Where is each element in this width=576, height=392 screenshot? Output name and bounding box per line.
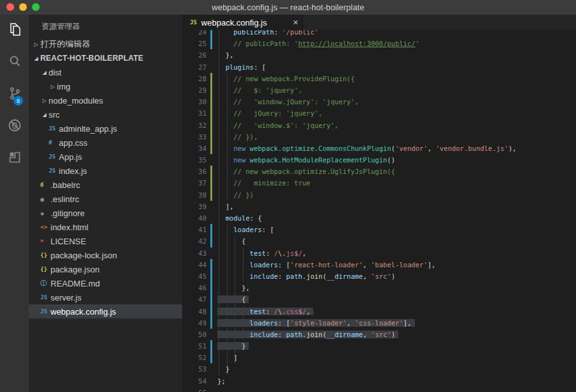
close-tab-icon[interactable]: ✕ xyxy=(293,19,299,27)
json-icon: {} xyxy=(40,266,51,272)
minimize-window-button[interactable] xyxy=(19,3,27,11)
tree-item-label: REACT-HOT-BOILERPLATE xyxy=(40,54,143,63)
code-line-51[interactable]: 51 } xyxy=(182,340,576,352)
code-text: test: /\.css$/, xyxy=(212,306,313,317)
close-window-button[interactable] xyxy=(6,3,14,11)
code-line-45[interactable]: 45 include: path.join(__dirname, 'src') xyxy=(182,270,576,282)
code-line-41[interactable]: 41 loaders: [ xyxy=(182,224,576,235)
tab-label: webpack.config.js xyxy=(201,18,288,27)
line-number: 36 xyxy=(182,166,206,177)
code-text xyxy=(212,387,217,392)
tree-item-label: .gitignore xyxy=(51,208,84,218)
code-line-31[interactable]: 31 // jQuery: 'jquery', xyxy=(182,107,576,119)
tree-item-eslintrc[interactable]: ◉.eslintrc xyxy=(29,192,182,206)
js-icon: JS xyxy=(40,308,51,315)
chevron-collapsed-icon[interactable]: ▷ xyxy=(40,98,49,104)
code-line-38[interactable]: 38 // }) xyxy=(182,189,576,201)
code-line-25[interactable]: 25 // publicPath: 'http://localhost:3000… xyxy=(182,38,576,49)
activity-extensions-button[interactable] xyxy=(0,143,29,175)
code-line-52[interactable]: 52 ] xyxy=(182,352,576,363)
tree-item-label: src xyxy=(49,110,59,120)
line-number: 46 xyxy=(182,282,206,294)
line-number: 34 xyxy=(182,143,206,154)
tree-item-package-lock-json[interactable]: {}package-lock.json xyxy=(29,248,182,262)
js-icon: JS xyxy=(40,294,51,301)
zoom-window-button[interactable] xyxy=(32,3,40,11)
code-line-40[interactable]: 40 module: { xyxy=(182,212,576,224)
tree-item-dist[interactable]: ◢dist xyxy=(29,65,182,79)
code-line-44[interactable]: 44 loaders: ['react-hot-loader', 'babel-… xyxy=(182,259,576,270)
code-text: module: { xyxy=(212,212,262,224)
chevron-expanded-icon[interactable]: ◢ xyxy=(40,112,49,118)
tree-item-label: package-lock.json xyxy=(51,251,117,260)
code-line-48[interactable]: 48 test: /\.css$/, xyxy=(182,306,576,317)
tree-item-webpack-config-js[interactable]: JSwebpack.config.js xyxy=(29,304,182,318)
line-number: 52 xyxy=(182,352,206,363)
chevron-collapsed-icon[interactable]: ▷ xyxy=(49,84,57,90)
chevron-expanded-icon[interactable]: ◢ xyxy=(40,70,49,75)
tree-item-item[interactable]: ▷打开的编辑器 xyxy=(29,37,182,51)
code-line-37[interactable]: 37 // minimize: true xyxy=(182,177,576,189)
code-text: include: path.join(__dirname, 'src') xyxy=(212,329,398,340)
tree-item-license[interactable]: ⚑LICENSE xyxy=(29,234,182,248)
code-line-46[interactable]: 46 }, xyxy=(182,282,576,294)
tree-item-adminlte-app-js[interactable]: JSadminlte_app.js xyxy=(29,122,182,136)
code-line-54[interactable]: 54}; xyxy=(182,375,576,387)
code-line-34[interactable]: 34 new webpack.optimize.CommonsChunkPlug… xyxy=(182,143,576,154)
code-line-26[interactable]: 26 }, xyxy=(182,49,576,61)
code-line-53[interactable]: 53 } xyxy=(182,363,576,375)
code-line-30[interactable]: 30 // 'window.jQuery': 'jquery', xyxy=(182,96,576,107)
tree-item-index-js[interactable]: JSindex.js xyxy=(29,164,182,178)
tab-webpack-config-js[interactable]: JS webpack.config.js ✕ xyxy=(182,15,304,30)
line-number: 43 xyxy=(182,247,206,259)
chevron-collapsed-icon[interactable]: ▷ xyxy=(32,42,40,47)
scm-changes-badge: 8 xyxy=(13,96,23,106)
tree-item-package-json[interactable]: {}package.json xyxy=(29,262,182,276)
tab-bar: JS webpack.config.js ✕ xyxy=(182,15,576,30)
activity-files-button[interactable] xyxy=(0,15,29,47)
code-text: plugins: [ xyxy=(212,61,266,73)
tree-item-label: img xyxy=(57,82,70,91)
tree-item-index-html[interactable]: <>index.html xyxy=(29,220,182,234)
tree-item-src[interactable]: ◢src xyxy=(29,107,182,122)
tree-item-label: adminlte_app.js xyxy=(59,124,117,134)
activity-source-control-button[interactable]: 8 xyxy=(0,79,29,111)
tree-item-app-css[interactable]: #app.css xyxy=(29,136,182,150)
code-line-43[interactable]: 43 test: /\.js$/, xyxy=(182,247,576,259)
activity-search-button[interactable] xyxy=(0,47,29,79)
code-line-39[interactable]: 39 ], xyxy=(182,201,576,212)
code-line-33[interactable]: 33 // }), xyxy=(182,131,576,143)
code-line-50[interactable]: 50 include: path.join(__dirname, 'src') xyxy=(182,329,576,340)
tree-item-node-modules[interactable]: ▷node_modules xyxy=(29,93,182,107)
code-line-49[interactable]: 49 loaders: ['style-loader', 'css-loader… xyxy=(182,317,576,329)
activity-debug-button[interactable] xyxy=(0,111,29,143)
tree-item-readme-md[interactable]: ⓘREADME.md xyxy=(29,276,182,290)
line-number: 29 xyxy=(182,84,206,96)
tree-item-label: dist xyxy=(49,68,61,77)
title-bar: webpack.config.js — react-hot-boilerplat… xyxy=(0,0,576,15)
code-text: // }), xyxy=(212,131,258,143)
tree-item-img[interactable]: ▷img xyxy=(29,79,182,93)
line-number: 48 xyxy=(182,306,206,317)
tree-item-server-js[interactable]: JSserver.js xyxy=(29,290,182,304)
code-line-47[interactable]: 47 { xyxy=(182,294,576,305)
code-line-55[interactable]: 55 xyxy=(182,387,576,392)
code-line-42[interactable]: 42 { xyxy=(182,235,576,247)
tree-item-app-js[interactable]: JSApp.js xyxy=(29,150,182,164)
code-line-29[interactable]: 29 // $: 'jquery', xyxy=(182,84,576,96)
code-line-24[interactable]: 24 publicPath: '/public' xyxy=(182,30,576,38)
code-line-28[interactable]: 28 // new webpack.ProvidePlugin({ xyxy=(182,73,576,84)
code-line-32[interactable]: 32 // 'window.$': 'jquery', xyxy=(182,120,576,131)
line-number: 40 xyxy=(182,212,206,224)
code-viewport: 24 publicPath: '/public'25 // publicPath… xyxy=(182,30,576,392)
tree-item-babelrc[interactable]: 6.babelrc xyxy=(29,178,182,192)
code-text: // new webpack.ProvidePlugin({ xyxy=(212,73,355,84)
js-icon: JS xyxy=(49,153,59,160)
code-line-27[interactable]: 27 plugins: [ xyxy=(182,61,576,73)
code-text: loaders: ['style-loader', 'css-loader'], xyxy=(212,317,415,329)
code-line-35[interactable]: 35 new webpack.HotModuleReplacementPlugi… xyxy=(182,154,576,166)
tree-item-gitignore[interactable]: ◈.gitignore xyxy=(29,206,182,220)
code-line-36[interactable]: 36 // new webpack.optimize.UglifyJsPlugi… xyxy=(182,166,576,177)
chevron-expanded-icon[interactable]: ◢ xyxy=(32,56,40,61)
tree-item-react-hot-boilerplate[interactable]: ◢REACT-HOT-BOILERPLATE xyxy=(29,51,182,65)
